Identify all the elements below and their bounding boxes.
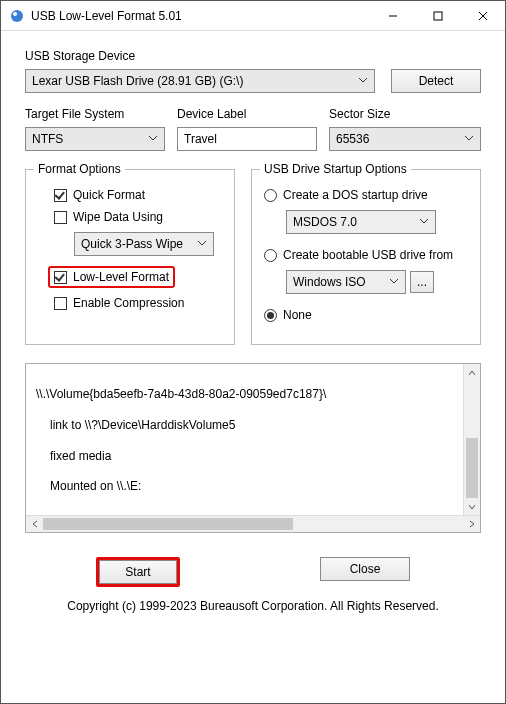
usb-device-combo[interactable]: Lexar USB Flash Drive (28.91 GB) (G:\) [25, 69, 375, 93]
device-label-label: Device Label [177, 107, 317, 121]
svg-point-0 [11, 10, 23, 22]
chevron-down-icon [460, 132, 474, 146]
chevron-down-icon [415, 215, 429, 229]
low-level-format-checkbox[interactable] [54, 271, 67, 284]
horizontal-scrollbar[interactable] [26, 515, 480, 532]
low-level-format-label: Low-Level Format [73, 270, 169, 284]
window-title: USB Low-Level Format 5.01 [31, 9, 182, 23]
close-window-button[interactable] [460, 1, 505, 30]
sector-size-combo[interactable]: 65536 [329, 127, 481, 151]
dos-startup-label: Create a DOS startup drive [283, 188, 428, 202]
chevron-down-icon [144, 132, 158, 146]
titlebar: USB Low-Level Format 5.01 [1, 1, 505, 31]
wipe-method-combo[interactable]: Quick 3-Pass Wipe [74, 232, 214, 256]
bootable-usb-label: Create bootable USB drive from [283, 248, 453, 262]
start-highlight: Start [96, 557, 180, 587]
none-label: None [283, 308, 312, 322]
startup-options-title: USB Drive Startup Options [260, 162, 411, 176]
none-radio[interactable] [264, 309, 277, 322]
enable-compression-label: Enable Compression [73, 296, 184, 310]
wipe-data-checkbox[interactable] [54, 211, 67, 224]
boot-source-combo[interactable]: Windows ISO [286, 270, 406, 294]
scroll-right-icon[interactable] [463, 516, 480, 532]
format-options-title: Format Options [34, 162, 125, 176]
svg-rect-3 [434, 12, 442, 20]
scroll-thumb[interactable] [43, 518, 293, 530]
usb-device-label: USB Storage Device [25, 49, 481, 63]
target-fs-label: Target File System [25, 107, 165, 121]
startup-options-group: USB Drive Startup Options Create a DOS s… [251, 169, 481, 345]
close-button[interactable]: Close [320, 557, 410, 581]
maximize-button[interactable] [415, 1, 460, 30]
content-area: USB Storage Device Lexar USB Flash Drive… [1, 31, 505, 703]
device-label-input[interactable]: Travel [177, 127, 317, 151]
vertical-scrollbar[interactable] [463, 364, 480, 515]
detect-button[interactable]: Detect [391, 69, 481, 93]
enable-compression-checkbox[interactable] [54, 297, 67, 310]
browse-iso-button[interactable]: ... [410, 271, 434, 293]
chevron-down-icon [385, 275, 399, 289]
start-button[interactable]: Start [99, 560, 177, 584]
bootable-usb-radio[interactable] [264, 249, 277, 262]
dos-version-combo[interactable]: MSDOS 7.0 [286, 210, 436, 234]
sector-size-label: Sector Size [329, 107, 481, 121]
low-level-highlight: Low-Level Format [48, 266, 175, 288]
dos-startup-radio[interactable] [264, 189, 277, 202]
quick-format-checkbox[interactable] [54, 189, 67, 202]
scroll-up-icon[interactable] [464, 364, 480, 381]
svg-point-1 [13, 12, 17, 16]
scroll-down-icon[interactable] [464, 498, 480, 515]
scroll-left-icon[interactable] [26, 516, 43, 532]
filesystem-combo[interactable]: NTFS [25, 127, 165, 151]
log-text[interactable]: \\.\Volume{bda5eefb-7a4b-43d8-80a2-09059… [26, 364, 463, 515]
app-window: USB Low-Level Format 5.01 USB Storage De… [0, 0, 506, 704]
app-icon [9, 8, 25, 24]
log-panel: \\.\Volume{bda5eefb-7a4b-43d8-80a2-09059… [25, 363, 481, 533]
format-options-group: Format Options Quick Format Wipe Data Us… [25, 169, 235, 345]
copyright-text: Copyright (c) 1999-2023 Bureausoft Corpo… [25, 593, 481, 621]
chevron-down-icon [193, 237, 207, 251]
minimize-button[interactable] [370, 1, 415, 30]
scroll-thumb[interactable] [466, 438, 478, 498]
chevron-down-icon [354, 74, 368, 88]
quick-format-label: Quick Format [73, 188, 145, 202]
wipe-data-label: Wipe Data Using [73, 210, 163, 224]
